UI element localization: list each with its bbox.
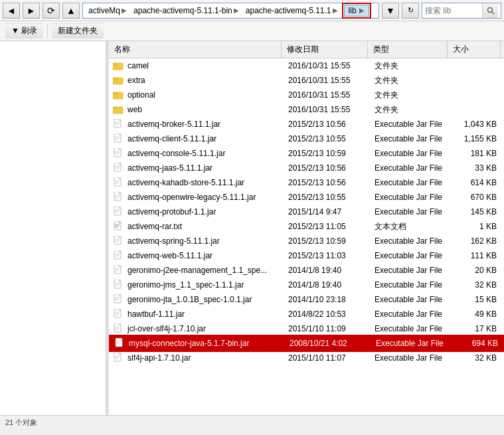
file-size: 20 KB [449,266,502,275]
col-header-date[interactable]: 修改日期 [282,41,368,58]
file-name: activemq-broker-5.11.1.jar [125,120,283,129]
file-name: activemq-kahadb-store-5.11.1.jar [125,178,283,187]
file-name: geronimo-jms_1.1_spec-1.1.1.jar [125,280,283,290]
table-row[interactable]: geronimo-jms_1.1_spec-1.1.1.jar 2014/1/8… [109,278,504,292]
svg-point-0 [487,7,492,12]
file-date: 2015/1/10 11:09 [283,324,369,333]
table-row[interactable]: activemq-broker-5.11.1.jar 2015/2/13 10:… [109,117,504,131]
table-row[interactable]: camel 2016/10/31 15:55 文件夹 [109,58,504,73]
file-type: Executable Jar File [369,163,449,173]
file-size: 181 KB [449,149,502,158]
table-row[interactable]: geronimo-jta_1.0.1B_spec-1.0.1.jar 2014/… [109,292,504,307]
table-row[interactable]: activemq-client-5.11.1.jar 2015/2/13 10:… [109,131,504,146]
file-size: 162 KB [449,236,502,246]
table-row[interactable]: geronimo-j2ee-management_1.1_spe... 2014… [109,263,504,278]
table-row[interactable]: activemq-openwire-legacy-5.11.1.jar 2015… [109,190,504,205]
file-icon [113,338,126,349]
file-icon [112,133,125,144]
file-rows-container: camel 2016/10/31 15:55 文件夹 extra 2016/10… [109,58,504,365]
file-icon [112,207,125,217]
col-header-type[interactable]: 类型 [368,41,448,58]
file-type: Executable Jar File [369,309,449,319]
file-name: activemq-web-5.11.1.jar [125,251,283,260]
table-row[interactable]: activemq-web-5.11.1.jar 2015/2/13 11:03 … [109,248,504,263]
col-header-size[interactable]: 大小 [448,41,501,58]
table-row[interactable]: slf4j-api-1.7.10.jar 2015/1/10 11:07 Exe… [109,351,504,365]
col-header-name[interactable]: 名称 [109,41,282,58]
file-name: jcl-over-slf4j-1.7.10.jar [125,324,283,333]
table-row[interactable]: hawtbuf-1.11.jar 2014/8/22 10:53 Executa… [109,307,504,321]
new-folder-button[interactable]: 新建文件夹 [52,23,104,39]
table-row[interactable]: mysql-connector-java-5.1.7-bin.jar 2008/… [109,336,504,351]
recent-locations-button[interactable]: ▼ [382,3,399,19]
table-row[interactable]: optional 2016/10/31 15:55 文件夹 [109,88,504,102]
breadcrumb-lib-arrow: ▶ [359,7,365,14]
search-icon [487,7,495,15]
search-box [422,3,501,19]
file-name: web [125,105,283,114]
file-date: 2015/2/13 10:55 [283,193,369,202]
table-row[interactable]: activemq-spring-5.11.1.jar 2015/2/13 10:… [109,234,504,248]
table-row[interactable]: web 2016/10/31 15:55 文件夹 [109,102,504,117]
back-button[interactable]: ◄ [3,3,20,19]
file-icon [112,280,125,290]
file-icon [112,250,125,261]
table-row[interactable]: jcl-over-slf4j-1.7.10.jar 2015/1/10 11:0… [109,321,504,336]
file-type: Executable Jar File [369,295,449,304]
file-size: 111 KB [449,251,502,260]
breadcrumb-arrow: ▶ [122,7,127,14]
file-type: Executable Jar File [369,324,449,333]
table-row[interactable]: activemq-kahadb-store-5.11.1.jar 2015/2/… [109,175,504,190]
file-date: 2015/1/10 11:07 [283,353,369,363]
file-type: Executable Jar File [369,178,449,187]
file-icon [112,192,125,203]
breadcrumb-activemq[interactable]: activeMq ▶ [86,5,129,17]
file-size: 145 KB [449,207,502,217]
file-date: 2015/2/13 10:56 [283,163,369,173]
file-type: Executable Jar File [369,251,449,260]
new-folder-label: 新建文件夹 [58,25,98,37]
file-type: 文本文档 [369,221,449,232]
forward-button[interactable]: ► [23,3,40,19]
file-icon [112,148,125,159]
go-button[interactable]: ↻ [402,3,419,19]
file-date: 2014/1/10 23:18 [283,295,369,304]
file-type: Executable Jar File [369,149,449,158]
table-row[interactable]: activemq-console-5.11.1.jar 2015/2/13 10… [109,146,504,161]
table-row[interactable]: activemq-jaas-5.11.1.jar 2015/2/13 10:56… [109,161,504,175]
file-icon [112,104,125,115]
search-button[interactable] [482,3,498,18]
column-headers: 名称 修改日期 类型 大小 [109,41,504,58]
table-row[interactable]: activemq-rar.txt 2015/2/13 11:05 文本文档 1 … [109,219,504,234]
file-size: 1,155 KB [449,134,502,143]
file-size: 17 KB [449,324,502,333]
file-icon [112,294,125,305]
up-button[interactable]: ▲ [62,3,80,19]
file-icon [112,309,125,319]
search-input[interactable] [422,6,482,15]
file-name: activemq-openwire-legacy-5.11.1.jar [125,193,283,202]
file-size: 694 KB [450,339,503,348]
breadcrumb-root[interactable]: apache-activemq-5.11.1 ▶ [243,5,341,17]
breadcrumb-label: activeMq [88,6,120,15]
table-row[interactable]: extra 2016/10/31 15:55 文件夹 [109,73,504,88]
breadcrumb: activeMq ▶ apache-activemq-5.11.1-bin ▶ … [82,3,379,19]
breadcrumb-bin[interactable]: apache-activemq-5.11.1-bin ▶ [131,5,242,17]
file-icon [112,236,125,246]
file-name: optional [125,90,283,100]
file-type: 文件夹 [369,60,449,72]
breadcrumb-lib[interactable]: lib ▶ [344,5,369,17]
file-name: geronimo-j2ee-management_1.1_spe... [125,266,283,275]
file-name: activemq-rar.txt [125,222,283,231]
file-name: hawtbuf-1.11.jar [125,309,283,319]
file-type: Executable Jar File [369,353,449,363]
svg-line-1 [492,12,494,14]
refresh-button[interactable]: ⟳ [42,3,60,19]
file-size: 33 KB [449,163,502,173]
file-date: 2015/1/14 9:47 [283,207,369,217]
file-date: 2015/2/13 10:56 [283,178,369,187]
organize-button[interactable]: ▼ 刷录 [5,23,43,39]
file-type: Executable Jar File [369,134,449,143]
table-row[interactable]: activemq-protobuf-1.1.jar 2015/1/14 9:47… [109,205,504,219]
breadcrumb-lib-label: lib [349,6,357,15]
